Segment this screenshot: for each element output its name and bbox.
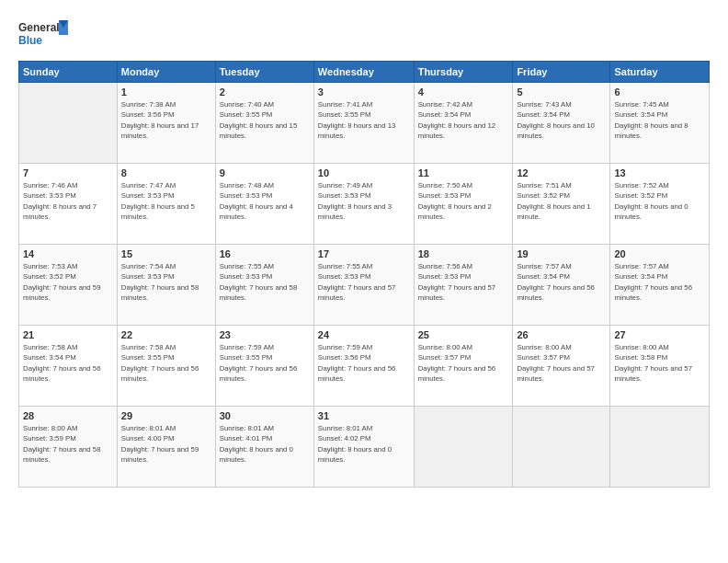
- day-number: 27: [614, 329, 705, 340]
- day-info: Sunrise: 8:01 AMSunset: 4:00 PMDaylight:…: [121, 423, 211, 465]
- header-monday: Monday: [117, 62, 215, 83]
- calendar-cell: 24Sunrise: 7:59 AMSunset: 3:56 PMDayligh…: [313, 326, 414, 407]
- day-info: Sunrise: 7:48 AMSunset: 3:53 PMDaylight:…: [220, 180, 310, 222]
- day-info: Sunrise: 8:01 AMSunset: 4:02 PMDaylight:…: [318, 423, 410, 465]
- header-friday: Friday: [513, 62, 610, 83]
- calendar-cell: 22Sunrise: 7:58 AMSunset: 3:55 PMDayligh…: [117, 326, 215, 407]
- header-sunday: Sunday: [19, 62, 118, 83]
- day-number: 7: [23, 167, 113, 178]
- calendar-cell: 27Sunrise: 8:00 AMSunset: 3:58 PMDayligh…: [610, 326, 710, 407]
- calendar-cell: 16Sunrise: 7:55 AMSunset: 3:53 PMDayligh…: [215, 245, 313, 326]
- day-info: Sunrise: 7:43 AMSunset: 3:54 PMDaylight:…: [517, 99, 606, 141]
- day-info: Sunrise: 7:40 AMSunset: 3:55 PMDaylight:…: [220, 99, 310, 141]
- day-number: 22: [121, 329, 211, 340]
- calendar-cell: 30Sunrise: 8:01 AMSunset: 4:01 PMDayligh…: [215, 407, 313, 488]
- calendar-cell: 10Sunrise: 7:49 AMSunset: 3:53 PMDayligh…: [313, 164, 414, 245]
- day-number: 24: [318, 329, 410, 340]
- day-info: Sunrise: 7:59 AMSunset: 3:56 PMDaylight:…: [318, 342, 410, 384]
- day-info: Sunrise: 7:57 AMSunset: 3:54 PMDaylight:…: [614, 261, 705, 303]
- day-info: Sunrise: 7:41 AMSunset: 3:55 PMDaylight:…: [318, 99, 410, 141]
- calendar-cell: 29Sunrise: 8:01 AMSunset: 4:00 PMDayligh…: [117, 407, 215, 488]
- day-info: Sunrise: 7:59 AMSunset: 3:55 PMDaylight:…: [220, 342, 310, 384]
- calendar-cell: 1Sunrise: 7:38 AMSunset: 3:56 PMDaylight…: [117, 83, 215, 164]
- calendar-week-2: 7Sunrise: 7:46 AMSunset: 3:53 PMDaylight…: [19, 164, 710, 245]
- day-number: 23: [220, 329, 310, 340]
- header-wednesday: Wednesday: [313, 62, 414, 83]
- calendar-cell: 8Sunrise: 7:47 AMSunset: 3:53 PMDaylight…: [117, 164, 215, 245]
- calendar-cell: 7Sunrise: 7:46 AMSunset: 3:53 PMDaylight…: [19, 164, 118, 245]
- calendar-header-row: SundayMondayTuesdayWednesdayThursdayFrid…: [19, 62, 710, 83]
- day-info: Sunrise: 7:46 AMSunset: 3:53 PMDaylight:…: [23, 180, 113, 222]
- calendar-cell: 4Sunrise: 7:42 AMSunset: 3:54 PMDaylight…: [414, 83, 513, 164]
- calendar-cell: 21Sunrise: 7:58 AMSunset: 3:54 PMDayligh…: [19, 326, 118, 407]
- calendar-cell: [19, 83, 118, 164]
- day-info: Sunrise: 7:55 AMSunset: 3:53 PMDaylight:…: [318, 261, 410, 303]
- day-info: Sunrise: 7:53 AMSunset: 3:52 PMDaylight:…: [23, 261, 113, 303]
- calendar-cell: 11Sunrise: 7:50 AMSunset: 3:53 PMDayligh…: [414, 164, 513, 245]
- calendar-cell: 5Sunrise: 7:43 AMSunset: 3:54 PMDaylight…: [513, 83, 610, 164]
- day-info: Sunrise: 7:47 AMSunset: 3:53 PMDaylight:…: [121, 180, 211, 222]
- calendar-cell: 9Sunrise: 7:48 AMSunset: 3:53 PMDaylight…: [215, 164, 313, 245]
- calendar-cell: 18Sunrise: 7:56 AMSunset: 3:53 PMDayligh…: [414, 245, 513, 326]
- day-number: 5: [517, 86, 606, 98]
- day-info: Sunrise: 7:52 AMSunset: 3:52 PMDaylight:…: [614, 180, 705, 222]
- calendar-cell: 19Sunrise: 7:57 AMSunset: 3:54 PMDayligh…: [513, 245, 610, 326]
- day-number: 19: [517, 248, 606, 259]
- day-info: Sunrise: 8:00 AMSunset: 3:59 PMDaylight:…: [23, 423, 113, 465]
- calendar-cell: 14Sunrise: 7:53 AMSunset: 3:52 PMDayligh…: [19, 245, 118, 326]
- calendar-cell: 20Sunrise: 7:57 AMSunset: 3:54 PMDayligh…: [610, 245, 710, 326]
- calendar-cell: 31Sunrise: 8:01 AMSunset: 4:02 PMDayligh…: [313, 407, 414, 488]
- day-number: 1: [121, 86, 211, 98]
- day-number: 12: [517, 167, 606, 178]
- day-info: Sunrise: 7:38 AMSunset: 3:56 PMDaylight:…: [121, 99, 211, 141]
- day-number: 17: [318, 248, 410, 259]
- day-number: 26: [517, 329, 606, 340]
- day-info: Sunrise: 7:49 AMSunset: 3:53 PMDaylight:…: [318, 180, 410, 222]
- day-info: Sunrise: 7:55 AMSunset: 3:53 PMDaylight:…: [220, 261, 310, 303]
- header-tuesday: Tuesday: [215, 62, 313, 83]
- calendar-cell: [414, 407, 513, 488]
- calendar-week-5: 28Sunrise: 8:00 AMSunset: 3:59 PMDayligh…: [19, 407, 710, 488]
- day-info: Sunrise: 7:51 AMSunset: 3:52 PMDaylight:…: [517, 180, 606, 222]
- calendar-table: SundayMondayTuesdayWednesdayThursdayFrid…: [18, 61, 710, 488]
- day-number: 30: [220, 410, 310, 421]
- day-info: Sunrise: 7:58 AMSunset: 3:54 PMDaylight:…: [23, 342, 113, 384]
- day-info: Sunrise: 7:56 AMSunset: 3:53 PMDaylight:…: [418, 261, 509, 303]
- day-number: 2: [220, 86, 310, 98]
- calendar-cell: 28Sunrise: 8:00 AMSunset: 3:59 PMDayligh…: [19, 407, 118, 488]
- day-number: 13: [614, 167, 705, 178]
- page-header: General Blue: [18, 17, 710, 52]
- header-saturday: Saturday: [610, 62, 710, 83]
- calendar-cell: 23Sunrise: 7:59 AMSunset: 3:55 PMDayligh…: [215, 326, 313, 407]
- calendar-cell: 25Sunrise: 8:00 AMSunset: 3:57 PMDayligh…: [414, 326, 513, 407]
- day-info: Sunrise: 8:00 AMSunset: 3:57 PMDaylight:…: [418, 342, 509, 384]
- header-thursday: Thursday: [414, 62, 513, 83]
- calendar-cell: 6Sunrise: 7:45 AMSunset: 3:54 PMDaylight…: [610, 83, 710, 164]
- calendar-cell: 3Sunrise: 7:41 AMSunset: 3:55 PMDaylight…: [313, 83, 414, 164]
- day-number: 4: [418, 86, 509, 98]
- logo-svg: General Blue: [18, 17, 69, 52]
- calendar-cell: 17Sunrise: 7:55 AMSunset: 3:53 PMDayligh…: [313, 245, 414, 326]
- svg-text:Blue: Blue: [18, 34, 42, 47]
- day-info: Sunrise: 7:50 AMSunset: 3:53 PMDaylight:…: [418, 180, 509, 222]
- calendar-cell: [610, 407, 710, 488]
- day-info: Sunrise: 8:00 AMSunset: 3:58 PMDaylight:…: [614, 342, 705, 384]
- logo: General Blue: [18, 17, 69, 52]
- day-number: 8: [121, 167, 211, 178]
- day-number: 18: [418, 248, 509, 259]
- calendar-cell: 12Sunrise: 7:51 AMSunset: 3:52 PMDayligh…: [513, 164, 610, 245]
- day-info: Sunrise: 7:54 AMSunset: 3:53 PMDaylight:…: [121, 261, 211, 303]
- day-number: 9: [220, 167, 310, 178]
- calendar-week-1: 1Sunrise: 7:38 AMSunset: 3:56 PMDaylight…: [19, 83, 710, 164]
- calendar-cell: 13Sunrise: 7:52 AMSunset: 3:52 PMDayligh…: [610, 164, 710, 245]
- day-number: 10: [318, 167, 410, 178]
- day-number: 20: [614, 248, 705, 259]
- day-info: Sunrise: 7:57 AMSunset: 3:54 PMDaylight:…: [517, 261, 606, 303]
- day-info: Sunrise: 7:42 AMSunset: 3:54 PMDaylight:…: [418, 99, 509, 141]
- day-info: Sunrise: 8:01 AMSunset: 4:01 PMDaylight:…: [220, 423, 310, 465]
- svg-text:General: General: [18, 21, 60, 34]
- day-number: 11: [418, 167, 509, 178]
- day-number: 25: [418, 329, 509, 340]
- calendar-cell: 26Sunrise: 8:00 AMSunset: 3:57 PMDayligh…: [513, 326, 610, 407]
- day-info: Sunrise: 7:45 AMSunset: 3:54 PMDaylight:…: [614, 99, 705, 141]
